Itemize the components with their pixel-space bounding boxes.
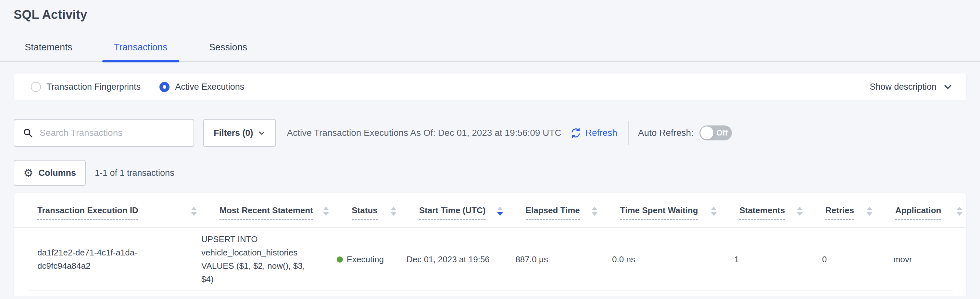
- column-header-retries[interactable]: Retries: [826, 205, 895, 227]
- sort-desc-icon[interactable]: [711, 212, 717, 216]
- cell-statements: 1: [734, 253, 822, 266]
- sort-desc-icon[interactable]: [391, 212, 396, 216]
- chevron-down-icon: [943, 82, 953, 92]
- search-icon: [23, 128, 33, 138]
- sort-desc-icon[interactable]: [592, 212, 598, 216]
- sort-icons[interactable]: [592, 207, 598, 216]
- sort-icons[interactable]: [323, 207, 329, 216]
- sort-icons[interactable]: [797, 207, 803, 216]
- list-controls-row: ⚙ Columns 1-1 of 1 transactions: [14, 160, 966, 186]
- sort-asc-icon[interactable]: [957, 207, 963, 210]
- columns-label: Columns: [38, 168, 76, 178]
- sort-icons[interactable]: [867, 207, 872, 216]
- gear-icon: ⚙: [23, 167, 33, 178]
- as-of-timestamp: Active Transaction Executions As Of: Dec…: [287, 128, 562, 138]
- show-description-label: Show description: [870, 82, 937, 92]
- radio-unselected-icon[interactable]: [31, 82, 41, 92]
- tab-statements[interactable]: Statements: [14, 42, 84, 61]
- sort-asc-icon[interactable]: [797, 207, 803, 210]
- sort-desc-icon[interactable]: [191, 212, 197, 216]
- divider: [628, 121, 629, 145]
- controls-row: Filters (0) Active Transaction Execution…: [14, 119, 966, 147]
- refresh-icon: [570, 127, 582, 139]
- column-header-most-recent-statement[interactable]: Most Recent Statement: [220, 205, 352, 227]
- cell-application: movr: [893, 253, 966, 266]
- view-mode-card: Transaction Fingerprints Active Executio…: [14, 74, 966, 100]
- sort-icons[interactable]: [497, 207, 503, 216]
- show-description-button[interactable]: Show description: [870, 82, 958, 92]
- results-count: 1-1 of 1 transactions: [95, 168, 174, 178]
- cell-elapsed-time: 887.0 µs: [515, 253, 612, 266]
- sort-asc-icon[interactable]: [191, 207, 197, 210]
- sort-desc-icon[interactable]: [867, 212, 872, 216]
- column-header-status[interactable]: Status: [352, 205, 419, 227]
- refresh-label: Refresh: [585, 128, 617, 138]
- sort-icons[interactable]: [957, 207, 963, 216]
- sort-desc-icon[interactable]: [323, 212, 329, 216]
- status-executing-dot-icon: [337, 256, 343, 262]
- radio-label: Active Executions: [175, 82, 244, 92]
- radio-selected-icon[interactable]: [159, 82, 170, 92]
- sort-desc-icon[interactable]: [957, 212, 963, 216]
- cell-time-spent-waiting: 0.0 ns: [612, 253, 734, 266]
- sort-icons[interactable]: [191, 207, 197, 216]
- sort-asc-icon[interactable]: [592, 207, 598, 210]
- toggle-knob[interactable]: [700, 126, 713, 139]
- column-header-start-time[interactable]: Start Time (UTC): [419, 205, 526, 227]
- cell-transaction-execution-id: da1f21e2-de71-4c1f-a1da-dc9fc94a84a2: [14, 246, 201, 273]
- column-header-time-spent-waiting[interactable]: Time Spent Waiting: [620, 205, 740, 227]
- toggle-state-label: Off: [716, 125, 728, 141]
- radio-label: Transaction Fingerprints: [46, 82, 141, 92]
- column-header-statements[interactable]: Statements: [740, 205, 826, 227]
- refresh-button[interactable]: Refresh: [570, 127, 617, 139]
- sort-asc-icon[interactable]: [711, 207, 717, 210]
- tab-transactions[interactable]: Transactions: [102, 42, 179, 61]
- search-box[interactable]: [14, 119, 194, 147]
- sql-activity-page: SQL Activity Statements Transactions Ses…: [0, 8, 980, 299]
- search-input[interactable]: [40, 128, 187, 138]
- filters-button[interactable]: Filters (0): [203, 119, 276, 147]
- sort-asc-icon[interactable]: [867, 207, 872, 210]
- sort-asc-icon[interactable]: [391, 207, 396, 210]
- auto-refresh-toggle[interactable]: Off: [700, 125, 732, 141]
- radio-transaction-fingerprints[interactable]: Transaction Fingerprints: [31, 82, 141, 92]
- radio-active-executions[interactable]: Active Executions: [159, 82, 244, 92]
- cell-start-time: Dec 01, 2023 at 19:56: [407, 253, 515, 266]
- sort-asc-icon[interactable]: [323, 207, 329, 210]
- sort-asc-icon[interactable]: [497, 207, 503, 210]
- columns-button[interactable]: ⚙ Columns: [14, 160, 86, 186]
- transactions-table: Transaction Execution ID Most Recent Sta…: [14, 193, 966, 296]
- column-header-elapsed-time[interactable]: Elapsed Time: [526, 205, 620, 227]
- sort-icons[interactable]: [711, 207, 717, 216]
- status-label: Executing: [347, 253, 384, 266]
- tab-sessions[interactable]: Sessions: [197, 42, 259, 61]
- column-header-transaction-execution-id[interactable]: Transaction Execution ID: [14, 205, 220, 227]
- filters-label: Filters (0): [214, 128, 253, 138]
- column-header-application[interactable]: Application: [895, 205, 966, 227]
- table-header-row: Transaction Execution ID Most Recent Sta…: [14, 193, 966, 227]
- tab-bar: Statements Transactions Sessions: [0, 42, 980, 62]
- cell-status: Executing: [337, 253, 407, 266]
- table-row[interactable]: da1f21e2-de71-4c1f-a1da-dc9fc94a84a2 UPS…: [14, 227, 966, 291]
- sort-icons[interactable]: [391, 207, 396, 216]
- page-title: SQL Activity: [14, 8, 980, 22]
- cell-most-recent-statement: UPSERT INTO vehicle_location_histories V…: [201, 233, 337, 286]
- sort-desc-icon-active[interactable]: [497, 212, 503, 216]
- chevron-down-icon: [258, 129, 266, 137]
- auto-refresh-label: Auto Refresh:: [638, 128, 694, 138]
- cell-retries: 0: [822, 253, 893, 266]
- sort-desc-icon[interactable]: [797, 212, 803, 216]
